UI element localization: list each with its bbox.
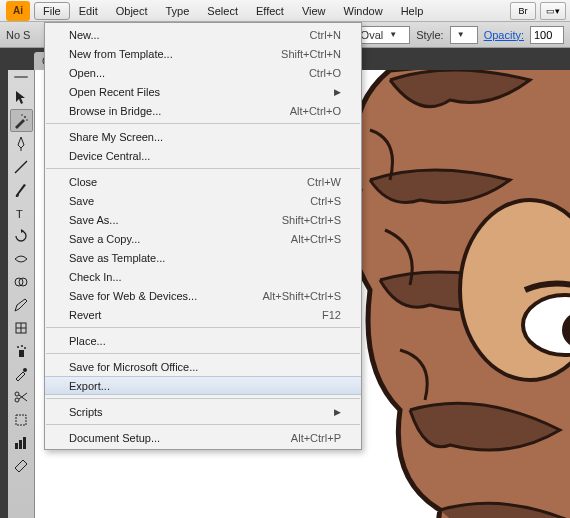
menu-item-place[interactable]: Place... — [45, 331, 361, 350]
menu-item-new[interactable]: New...Ctrl+N — [45, 25, 361, 44]
menu-item-shortcut: Ctrl+W — [307, 176, 341, 188]
menu-item-label: Open... — [69, 67, 105, 79]
svg-rect-20 — [16, 415, 26, 425]
file-menu-dropdown: New...Ctrl+NNew from Template...Shift+Ct… — [44, 22, 362, 450]
panel-strip — [0, 70, 8, 518]
menu-item-save-for-web-devices[interactable]: Save for Web & Devices...Alt+Shift+Ctrl+… — [45, 286, 361, 305]
symbol-sprayer-tool[interactable] — [10, 339, 33, 362]
menu-item-label: Save for Web & Devices... — [69, 290, 197, 302]
paintbrush-tool[interactable] — [10, 178, 33, 201]
menu-separator — [46, 168, 360, 169]
artboard-tool[interactable] — [10, 408, 33, 431]
menu-item-label: Place... — [69, 335, 106, 347]
menu-item-browse-in-bridge[interactable]: Browse in Bridge...Alt+Ctrl+O — [45, 101, 361, 120]
style-select[interactable]: ▼ — [450, 26, 478, 44]
menu-effect[interactable]: Effect — [247, 2, 293, 20]
menu-edit[interactable]: Edit — [70, 2, 107, 20]
menu-view[interactable]: View — [293, 2, 335, 20]
menu-item-label: Save for Microsoft Office... — [69, 361, 198, 373]
submenu-arrow-icon: ▶ — [334, 407, 341, 417]
selection-tool[interactable] — [10, 86, 33, 109]
magic-wand-tool[interactable] — [10, 109, 33, 132]
scissors-tool[interactable] — [10, 385, 33, 408]
menu-item-share-my-screen[interactable]: Share My Screen... — [45, 127, 361, 146]
menu-item-shortcut: Alt+Ctrl+P — [291, 432, 341, 444]
menu-separator — [46, 327, 360, 328]
svg-point-17 — [15, 398, 19, 402]
line-tool[interactable] — [10, 155, 33, 178]
menu-item-label: Open Recent Files — [69, 86, 160, 98]
menubar-right: Br ▭▾ — [510, 2, 570, 20]
workspace-switcher[interactable]: ▭▾ — [540, 2, 566, 20]
menu-type[interactable]: Type — [157, 2, 199, 20]
menu-item-save[interactable]: SaveCtrl+S — [45, 191, 361, 210]
menu-item-shortcut: Ctrl+O — [309, 67, 341, 79]
svg-rect-22 — [19, 440, 22, 449]
shape-select[interactable]: Oval ▼ — [356, 26, 411, 44]
menu-item-export[interactable]: Export... — [45, 376, 361, 395]
menubar: Ai File Edit Object Type Select Effect V… — [0, 0, 570, 22]
eyedropper-tool[interactable] — [10, 362, 33, 385]
bridge-button[interactable]: Br — [510, 2, 536, 20]
menu-item-shortcut: Alt+Ctrl+O — [290, 105, 341, 117]
menu-item-shortcut: Shift+Ctrl+S — [282, 214, 341, 226]
menu-item-check-in[interactable]: Check In... — [45, 267, 361, 286]
menu-item-label: Document Setup... — [69, 432, 160, 444]
menu-item-label: Save a Copy... — [69, 233, 140, 245]
svg-point-16 — [15, 392, 19, 396]
opacity-input[interactable] — [530, 26, 564, 44]
menu-file[interactable]: File — [34, 2, 70, 20]
menu-item-label: New from Template... — [69, 48, 173, 60]
menu-item-label: Share My Screen... — [69, 131, 163, 143]
menu-item-save-a-copy[interactable]: Save a Copy...Alt+Ctrl+S — [45, 229, 361, 248]
svg-point-2 — [21, 114, 23, 116]
menu-help[interactable]: Help — [392, 2, 433, 20]
menu-item-scripts[interactable]: Scripts▶ — [45, 402, 361, 421]
svg-point-0 — [24, 116, 26, 118]
pen-tool[interactable] — [10, 132, 33, 155]
menu-window[interactable]: Window — [335, 2, 392, 20]
column-graph-tool[interactable] — [10, 431, 33, 454]
menu-item-label: Close — [69, 176, 97, 188]
menu-item-document-setup[interactable]: Document Setup...Alt+Ctrl+P — [45, 428, 361, 447]
menu-item-shortcut: Alt+Ctrl+S — [291, 233, 341, 245]
toolbox: T — [8, 70, 35, 518]
menu-item-label: Export... — [69, 380, 110, 392]
menu-select[interactable]: Select — [198, 2, 247, 20]
menu-item-label: Browse in Bridge... — [69, 105, 161, 117]
menu-separator — [46, 398, 360, 399]
toolbox-grip[interactable] — [11, 76, 31, 82]
menu-item-revert[interactable]: RevertF12 — [45, 305, 361, 324]
menu-object[interactable]: Object — [107, 2, 157, 20]
menu-item-label: Save — [69, 195, 94, 207]
menu-item-shortcut: Ctrl+S — [310, 195, 341, 207]
menu-item-save-as-template[interactable]: Save as Template... — [45, 248, 361, 267]
width-tool[interactable] — [10, 247, 33, 270]
mesh-tool[interactable] — [10, 316, 33, 339]
shape-builder-tool[interactable] — [10, 270, 33, 293]
menu-item-open-recent-files[interactable]: Open Recent Files▶ — [45, 82, 361, 101]
menu-item-label: Scripts — [69, 406, 103, 418]
menu-item-save-for-microsoft-office[interactable]: Save for Microsoft Office... — [45, 357, 361, 376]
menu-item-label: Save as Template... — [69, 252, 165, 264]
type-tool[interactable]: T — [10, 201, 33, 224]
menu-item-save-as[interactable]: Save As...Shift+Ctrl+S — [45, 210, 361, 229]
menu-item-close[interactable]: CloseCtrl+W — [45, 172, 361, 191]
pencil-tool[interactable] — [10, 293, 33, 316]
submenu-arrow-icon: ▶ — [334, 87, 341, 97]
menu-item-new-from-template[interactable]: New from Template...Shift+Ctrl+N — [45, 44, 361, 63]
opacity-label[interactable]: Opacity: — [484, 29, 524, 41]
rotate-tool[interactable] — [10, 224, 33, 247]
menu-item-label: Check In... — [69, 271, 122, 283]
menu-item-shortcut: Shift+Ctrl+N — [281, 48, 341, 60]
menu-item-label: New... — [69, 29, 100, 41]
menu-item-device-central[interactable]: Device Central... — [45, 146, 361, 165]
style-label: Style: — [416, 29, 444, 41]
slice-tool[interactable] — [10, 454, 33, 477]
svg-point-1 — [26, 119, 28, 121]
menu-item-open[interactable]: Open...Ctrl+O — [45, 63, 361, 82]
svg-point-14 — [24, 347, 26, 349]
menu-item-shortcut: Alt+Shift+Ctrl+S — [262, 290, 341, 302]
svg-point-12 — [17, 346, 19, 348]
svg-point-13 — [21, 345, 23, 347]
